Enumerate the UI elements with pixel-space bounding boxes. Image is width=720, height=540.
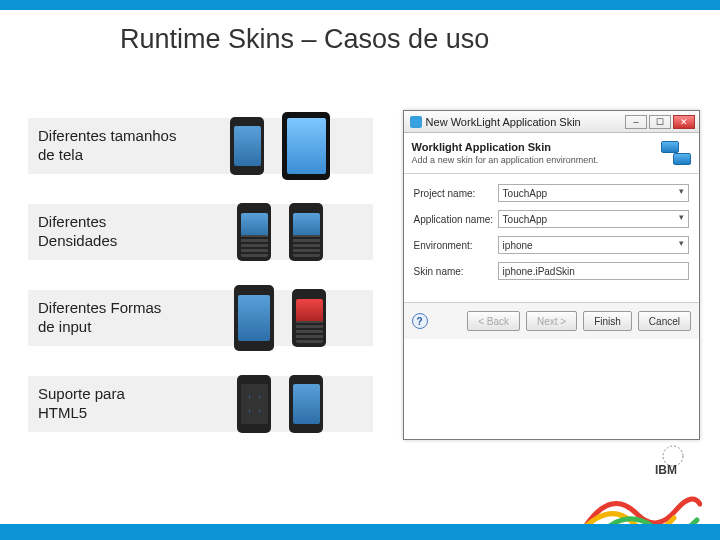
app-icon: [410, 116, 422, 128]
tablet-icon: [282, 112, 330, 180]
phone-touch-icon: [234, 285, 274, 351]
next-button[interactable]: Next >: [526, 311, 577, 331]
dialog-subheading: Add a new skin for an application enviro…: [412, 155, 653, 165]
row-devices: [188, 290, 373, 346]
slide-title: Runtime Skins – Casos de uso: [0, 10, 720, 55]
dialog-footer: ? < Back Next > Finish Cancel: [404, 302, 699, 339]
row-label: Diferentes Formas de input: [28, 290, 188, 346]
dialog-titlebar: New WorkLight Application Skin – ☐ ✕: [404, 111, 699, 133]
use-case-list: Diferentes tamanhos de tela Diferentes D…: [28, 110, 373, 440]
row-label: Diferentes Densidades: [28, 204, 188, 260]
close-button[interactable]: ✕: [673, 115, 695, 129]
row-inputs: Diferentes Formas de input: [28, 282, 373, 354]
phone-keyboard-icon: [292, 289, 326, 347]
new-skin-dialog: New WorkLight Application Skin – ☐ ✕ Wor…: [403, 110, 700, 440]
row-screen-sizes: Diferentes tamanhos de tela: [28, 110, 373, 182]
skin-name-input[interactable]: iphone.iPadSkin: [498, 262, 689, 280]
phone-icon: [237, 375, 271, 433]
row-label: Diferentes tamanhos de tela: [28, 118, 188, 174]
row-label: Suporte para HTML5: [28, 376, 188, 432]
dialog-body: Project name: TouchApp Application name:…: [404, 174, 699, 302]
skin-banner-icon: [661, 141, 691, 165]
environment-label: Environment:: [414, 240, 498, 251]
slide-bottom-bar: [0, 524, 720, 540]
project-name-select[interactable]: TouchApp: [498, 184, 689, 202]
phone-keyboard-icon: [289, 203, 323, 261]
cancel-button[interactable]: Cancel: [638, 311, 691, 331]
row-devices: [188, 376, 373, 432]
application-name-select[interactable]: TouchApp: [498, 210, 689, 228]
dialog-window-title: New WorkLight Application Skin: [426, 116, 581, 128]
row-densities: Diferentes Densidades: [28, 196, 373, 268]
row-devices: [188, 118, 373, 174]
finish-button[interactable]: Finish: [583, 311, 632, 331]
phone-icon: [230, 117, 264, 175]
phone-keyboard-icon: [237, 203, 271, 261]
environment-select[interactable]: iphone: [498, 236, 689, 254]
skin-name-label: Skin name:: [414, 266, 498, 277]
help-button[interactable]: ?: [412, 313, 428, 329]
project-name-label: Project name:: [414, 188, 498, 199]
slide-top-bar: [0, 0, 720, 10]
dialog-header: Worklight Application Skin Add a new ski…: [404, 133, 699, 174]
back-button[interactable]: < Back: [467, 311, 520, 331]
maximize-button[interactable]: ☐: [649, 115, 671, 129]
minimize-button[interactable]: –: [625, 115, 647, 129]
phone-icon: [289, 375, 323, 433]
row-html5: Suporte para HTML5: [28, 368, 373, 440]
dialog-heading: Worklight Application Skin: [412, 141, 653, 153]
ibm-logo: IBM: [650, 444, 696, 482]
content-area: Diferentes tamanhos de tela Diferentes D…: [28, 110, 700, 440]
row-devices: [188, 204, 373, 260]
svg-text:IBM: IBM: [655, 463, 677, 477]
application-name-label: Application name:: [414, 214, 498, 225]
